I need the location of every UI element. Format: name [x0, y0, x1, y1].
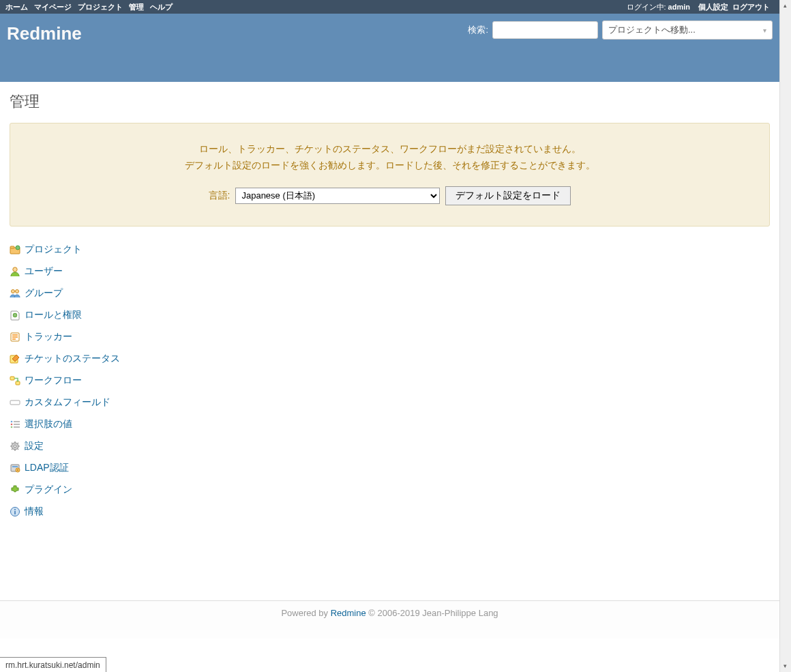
admin-link-settings[interactable]: 設定: [25, 440, 44, 452]
top-menu: ホーム マイページ プロジェクト 管理 ヘルプ ログイン中: admin 個人設…: [0, 0, 779, 14]
footer-powered-by: Powered by: [281, 608, 330, 618]
svg-point-20: [11, 426, 13, 428]
svg-rect-19: [14, 424, 20, 425]
nav-myaccount[interactable]: 個人設定: [698, 2, 728, 12]
admin-link-info[interactable]: 情報: [25, 506, 44, 518]
svg-line-31: [18, 443, 18, 443]
svg-line-29: [18, 448, 18, 449]
svg-point-5: [16, 289, 19, 293]
status-bar-text: rm.hrt.kuratsuki.net/admin: [5, 660, 100, 670]
load-defaults-button[interactable]: デフォルト設定をロード: [445, 186, 571, 205]
notice-text: ロール、トラッカー、チケットのステータス、ワークフローがまだ設定されていません。…: [24, 141, 756, 174]
admin-menu-item-groups: グループ: [10, 282, 770, 304]
chevron-down-icon: ▾: [763, 27, 766, 34]
ldap-icon: [10, 463, 20, 473]
nav-logout[interactable]: ログアウト: [732, 2, 770, 12]
svg-rect-10: [12, 338, 16, 340]
language-label: 言語:: [209, 190, 230, 202]
language-select[interactable]: Japanese (日本語): [235, 188, 440, 204]
svg-point-2: [16, 246, 20, 250]
footer-redmine-link[interactable]: Redmine: [331, 608, 366, 618]
admin-link-trackers[interactable]: トラッカー: [25, 331, 72, 343]
custom_fields-icon: [10, 397, 20, 408]
svg-point-16: [11, 420, 13, 422]
admin-link-workflows[interactable]: ワークフロー: [25, 375, 82, 387]
admin-link-plugins[interactable]: プラグイン: [25, 484, 72, 496]
project-jump-dropdown[interactable]: プロジェクトへ移動... ▾: [602, 20, 773, 40]
svg-rect-1: [10, 246, 14, 248]
footer: Powered by Redmine © 2006-2019 Jean-Phil…: [0, 600, 779, 639]
nav-mypage[interactable]: マイページ: [34, 3, 72, 11]
enumerations-icon: [10, 419, 20, 430]
settings-icon: [10, 441, 20, 452]
search-input[interactable]: [492, 21, 598, 39]
admin-link-issue_statuses[interactable]: チケットのステータス: [25, 353, 120, 365]
svg-rect-14: [10, 400, 20, 405]
top-menu-left: ホーム マイページ プロジェクト 管理 ヘルプ: [5, 2, 177, 12]
info-icon: [10, 506, 20, 517]
svg-rect-33: [12, 466, 18, 467]
svg-rect-8: [12, 334, 18, 336]
admin-menu-item-roles: ロールと権限: [10, 304, 770, 326]
admin-menu-item-users: ユーザー: [10, 261, 770, 282]
svg-point-18: [11, 423, 13, 425]
admin-menu-item-workflows: ワークフロー: [10, 370, 770, 392]
header: 検索: プロジェクトへ移動... ▾ Redmine: [0, 14, 779, 82]
admin-menu-item-enumerations: 選択肢の値: [10, 413, 770, 435]
svg-rect-38: [14, 511, 16, 514]
svg-rect-9: [12, 336, 18, 338]
plugins-icon: [10, 484, 20, 495]
admin-menu-item-custom_fields: カスタムフィールド: [10, 392, 770, 413]
project-jump-placeholder: プロジェクトへ移動...: [608, 24, 696, 36]
default-config-form: 言語: Japanese (日本語) デフォルト設定をロード: [24, 186, 756, 205]
main: 管理 ロール、トラッカー、チケットのステータス、ワークフローがまだ設定されていま…: [0, 82, 779, 600]
admin-link-roles[interactable]: ロールと権限: [25, 309, 82, 321]
quick-search: 検索: プロジェクトへ移動... ▾: [468, 20, 773, 40]
admin-menu: プロジェクトユーザーグループロールと権限トラッカーチケットのステータスワークフロ…: [10, 239, 770, 523]
footer-copyright: © 2006-2019 Jean-Philippe Lang: [366, 608, 498, 618]
search-label: 検索:: [468, 24, 488, 36]
users-icon: [10, 266, 20, 277]
admin-menu-item-settings: 設定: [10, 435, 770, 457]
issue_statuses-icon: [10, 353, 20, 364]
svg-rect-17: [14, 421, 20, 422]
scroll-down-icon[interactable]: ▾: [781, 662, 789, 670]
admin-menu-item-plugins: プラグイン: [10, 479, 770, 501]
search-link[interactable]: 検索:: [468, 25, 488, 35]
admin-link-ldap[interactable]: LDAP認証: [25, 462, 69, 474]
default-config-notice: ロール、トラッカー、チケットのステータス、ワークフローがまだ設定されていません。…: [10, 123, 770, 227]
admin-link-groups[interactable]: グループ: [25, 287, 63, 300]
svg-rect-13: [16, 381, 20, 385]
admin-menu-item-ldap: LDAP認証: [10, 457, 770, 479]
admin-menu-item-trackers: トラッカー: [10, 326, 770, 348]
nav-projects[interactable]: プロジェクト: [78, 3, 123, 11]
admin-link-custom_fields[interactable]: カスタムフィールド: [25, 396, 110, 409]
svg-point-37: [14, 509, 16, 510]
scroll-up-icon[interactable]: ▴: [781, 2, 789, 10]
logged-as-label: ログイン中:: [627, 2, 666, 12]
content: 管理 ロール、トラッカー、チケットのステータス、ワークフローがまだ設定されていま…: [10, 91, 770, 523]
admin-menu-item-issue_statuses: チケットのステータス: [10, 348, 770, 370]
groups-icon: [10, 288, 20, 299]
admin-link-enumerations[interactable]: 選択肢の値: [25, 418, 72, 430]
svg-point-4: [12, 289, 15, 293]
nav-admin[interactable]: 管理: [129, 3, 144, 11]
logged-user-link[interactable]: admin: [668, 3, 690, 11]
trackers-icon: [10, 332, 20, 342]
svg-rect-35: [17, 469, 18, 471]
page-title: 管理: [10, 91, 770, 112]
svg-point-3: [13, 267, 17, 271]
admin-link-users[interactable]: ユーザー: [25, 265, 63, 278]
roles-icon: [10, 310, 20, 321]
svg-point-23: [14, 445, 16, 448]
admin-menu-item-info: 情報: [10, 501, 770, 523]
top-menu-right: ログイン中: admin 個人設定 ログアウト: [627, 2, 774, 12]
svg-rect-21: [14, 426, 20, 428]
nav-help[interactable]: ヘルプ: [150, 3, 173, 11]
scrollbar-track[interactable]: ▴ ▾: [779, 0, 791, 672]
workflows-icon: [10, 375, 20, 386]
svg-line-28: [12, 443, 12, 443]
svg-line-30: [12, 448, 12, 449]
nav-home[interactable]: ホーム: [5, 3, 28, 11]
admin-link-projects[interactable]: プロジェクト: [25, 244, 82, 256]
